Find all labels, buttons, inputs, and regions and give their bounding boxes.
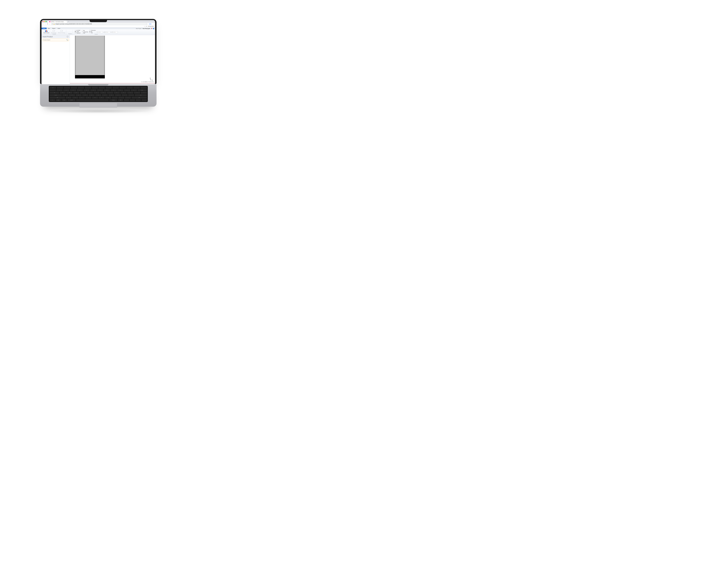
- panel-close-button[interactable]: ×: [67, 36, 69, 38]
- all-bookmarks-button[interactable]: All Bookmarks: [148, 26, 154, 27]
- fixture-rod[interactable]: ⎯Rod: [81, 33, 88, 34]
- fixture-bar[interactable]: ／Bar: [81, 30, 88, 31]
- window-controls[interactable]: [42, 21, 47, 22]
- key: command: [109, 99, 118, 101]
- browser-window: EZPOG - The World's Easie… × + ← → ⟳ ⌂ ⓘ…: [42, 20, 155, 84]
- key: H: [95, 94, 101, 96]
- rod-icon: ⎯: [82, 33, 83, 34]
- bar-icon: ／: [82, 30, 83, 31]
- star-icon[interactable]: ☆: [146, 23, 147, 25]
- fixture-obstruction[interactable]: ▯Obstruction: [89, 30, 96, 31]
- dim-w-input[interactable]: [106, 31, 110, 33]
- fixture-shelf[interactable]: ▭e/e Shelf: [75, 30, 81, 31]
- trackpad: [79, 103, 117, 108]
- key: C: [79, 96, 85, 99]
- browser-menu-button[interactable]: ⋮: [152, 23, 154, 25]
- address-bar: ← → ⟳ ⌂ ⓘ 🔒 designer.myomnipix.com/pog-f…: [42, 23, 155, 25]
- forward-button[interactable]: →: [45, 23, 46, 25]
- key: I: [107, 92, 113, 94]
- key: \: [141, 92, 147, 94]
- url-field[interactable]: ⓘ 🔒 designer.myomnipix.com/pog-file/B0D3…: [51, 23, 148, 25]
- drop-shadow: [46, 109, 151, 113]
- canvas[interactable]: yx X: -1 ft .35 in • Y: 6 ft .47 in: [70, 35, 155, 84]
- key: M: [105, 96, 111, 99]
- insert-product-button[interactable]: Insert Product: [43, 30, 50, 33]
- help-icon[interactable]: ?: [153, 28, 154, 29]
- svg-text:+: +: [55, 30, 55, 31]
- url-text: designer.myomnipix.com/pog-file/B0D38D5D…: [55, 23, 92, 24]
- tab-insert[interactable]: Insert: [56, 28, 61, 29]
- key: [126, 87, 133, 89]
- key: P: [120, 92, 127, 94]
- key: [98, 87, 105, 89]
- reading-list-icon[interactable]: »: [145, 26, 145, 27]
- key: F: [82, 94, 88, 96]
- key: ;: [122, 94, 128, 96]
- key: X: [72, 96, 78, 99]
- ribbon-group-positions: Positions: [68, 30, 73, 35]
- key: caps lock: [50, 94, 62, 96]
- product-search[interactable]: 🔍: [42, 39, 69, 41]
- key: 9: [110, 89, 116, 91]
- site-info-icon[interactable]: ⓘ: [52, 23, 53, 25]
- group-label-fixtures: Fixtures: [95, 34, 98, 35]
- pin-icon[interactable]: 📌: [151, 28, 152, 29]
- favicon-icon: [49, 21, 50, 22]
- bin-icon: ⬓: [89, 31, 90, 32]
- key: L: [115, 94, 121, 96]
- insert-product-icon: [45, 30, 48, 32]
- tab-home[interactable]: Home: [42, 28, 47, 29]
- key: [71, 87, 77, 89]
- key: [133, 87, 140, 89]
- fixture-lateral-rod[interactable]: ⇥Lateral Rod: [81, 31, 88, 32]
- pegboard-icon: ▢: [75, 32, 76, 33]
- planogram-back[interactable]: [75, 36, 105, 75]
- svg-rect-0: [45, 30, 46, 32]
- minimize-icon[interactable]: [44, 21, 45, 22]
- key: [85, 87, 91, 89]
- search-input[interactable]: [43, 39, 66, 41]
- fixture-bin[interactable]: ⬓Bin: [89, 31, 96, 32]
- key: [105, 87, 112, 89]
- ribbon-group-fixtures: ▭e/e Shelf ▦Chest ▢Pegboard ／Bar ⇥Latera…: [74, 30, 119, 35]
- dim-l-input[interactable]: [98, 31, 103, 33]
- close-icon[interactable]: [42, 21, 43, 22]
- add-facings-button: + Add Facings: [51, 30, 57, 33]
- home-button[interactable]: ⌂: [49, 23, 50, 25]
- planogram-base[interactable]: [75, 75, 105, 78]
- key: T: [87, 92, 93, 94]
- close-tab-icon[interactable]: ×: [66, 21, 67, 22]
- svg-text:y: y: [150, 78, 150, 78]
- tab-report[interactable]: Report: [51, 28, 56, 29]
- reload-button[interactable]: ⟳: [47, 23, 48, 25]
- browser-tab[interactable]: EZPOG - The World's Easie… ×: [48, 21, 67, 23]
- maximize-icon[interactable]: [46, 21, 47, 22]
- key: [78, 87, 84, 89]
- key: .: [118, 96, 124, 99]
- key: 2: [63, 89, 70, 91]
- tab-view[interactable]: View: [47, 28, 51, 29]
- key: [: [127, 92, 133, 94]
- planogram[interactable]: [75, 36, 105, 78]
- svg-text:×: ×: [62, 30, 63, 31]
- svg-rect-2: [47, 31, 48, 32]
- new-tab-button[interactable]: +: [68, 21, 69, 22]
- panel-title: Insert Product: [43, 36, 53, 37]
- dim-w-label: W: [104, 31, 105, 33]
- key: Q: [59, 92, 66, 94]
- fixture-chest[interactable]: ▦Chest: [75, 31, 81, 32]
- fixture-text[interactable]: TText: [89, 32, 96, 33]
- group-label-positions: Positions: [68, 33, 72, 34]
- fixture-pegboard[interactable]: ▢Pegboard: [75, 32, 81, 33]
- back-button[interactable]: ←: [43, 23, 44, 25]
- app-tabs: Home View Report Insert New Project - Ne…: [42, 27, 155, 29]
- dim-h-input[interactable]: [113, 31, 118, 33]
- key: shift: [131, 96, 147, 99]
- search-icon[interactable]: 🔍: [66, 39, 69, 41]
- side-panel: Insert Product × 🔍: [42, 35, 70, 84]
- extensions-button[interactable]: .: [149, 23, 152, 25]
- svg-rect-5: [60, 30, 62, 32]
- key: 3: [70, 89, 76, 91]
- key: Y: [93, 92, 100, 94]
- key: 5: [83, 89, 90, 91]
